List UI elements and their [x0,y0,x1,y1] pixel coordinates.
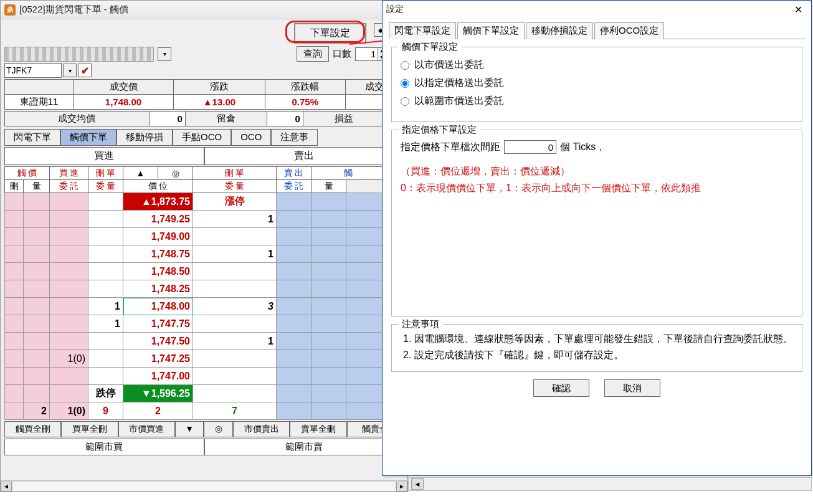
col-del-order: 刪 單 [88,167,123,180]
col-price: 價 位 [123,180,193,193]
qty-input[interactable] [356,48,377,60]
dialog-tabs: 閃電下單設定 觸價下單設定 移動停損設定 停利OCO設定 [389,22,805,39]
symbol-name-header [5,80,74,95]
col-s-qty: 量 [311,180,346,193]
col-center[interactable]: ◎ [158,167,193,180]
avg-cell: 0 [149,112,185,126]
qty-label: 口數 [333,48,351,60]
changepct-header: 漲跌幅 [265,80,345,95]
ladder-row[interactable]: 11,748.003 [5,298,411,315]
scroll-left-icon[interactable]: ◄ [1,482,12,492]
account-selector[interactable] [4,47,154,62]
btn-down-icon[interactable]: ▼ [175,421,204,437]
notice-groupbox: 注意事項 1. 因電腦環境、連線狀態等因素，下單處理可能發生錯誤，下單後請自行查… [391,324,802,372]
ladder-row[interactable]: 11,747.75 [5,315,411,333]
settings-dialog: 設定 ✕ 閃電下單設定 觸價下單設定 移動停損設定 停利OCO設定 觸價下單設定… [382,0,812,476]
dlg-tab-trail[interactable]: 移動停損設定 [526,22,593,39]
radio-range-input[interactable] [401,97,409,106]
close-icon[interactable]: ✕ [789,2,807,16]
tab-flash[interactable]: 閃電下單 [4,129,60,146]
ladder-row[interactable]: 1,747.501 [5,333,411,350]
symbol-confirm-icon[interactable]: ✔ [78,64,92,77]
price-ladder: 觸 價 買 進 刪 單 ▲ ◎ 刪 單 賣 出 觸 刪 量 委 託 委 量 價 … [4,166,411,420]
scroll-right-icon[interactable]: ► [396,482,407,492]
change-header: 漲跌 [174,80,265,95]
ladder-row[interactable]: 1(0)1,747.25 [5,350,411,368]
ladder-row[interactable]: 1,748.25 [5,280,411,298]
btn-center-icon[interactable]: ◎ [204,421,233,437]
radio-market-input[interactable] [401,61,409,70]
col-del-qty: 委 量 [88,180,123,193]
account-dropdown-icon[interactable]: ▾ [158,47,171,61]
ticks-label-post: 個 Ticks， [560,141,606,154]
radio-range[interactable]: 以範圍市價送出委託 [401,95,793,108]
btn-range-sell[interactable]: 範圍市賣 [204,439,404,455]
hint-text-1: （買進：價位遞增，賣出：價位遞減） [401,165,793,178]
group1-title: 觸價下單設定 [398,41,462,53]
btn-range-buy[interactable]: 範圍市買 [4,439,204,455]
query-button[interactable]: 查詢 [297,46,329,62]
tab-notice[interactable]: 注意事 [271,129,318,146]
hint-text-2: 0：表示現價價位下單，1：表示向上或向下一個價位下單，依此類推 [401,182,793,195]
tab-trail[interactable]: 移動停損 [116,129,173,146]
dlg-tab-oco[interactable]: 停利OCO設定 [594,22,664,39]
ladder-row[interactable]: 1,749.251 [5,211,411,228]
ladder-row[interactable]: 跌停▼1,596.25 [5,385,411,402]
col-del-qty2: 委 量 [193,180,277,193]
ladder-row[interactable]: 1,748.50 [5,263,411,280]
btn-market-buy[interactable]: 市價買進 [118,421,175,437]
tab-manual-oco[interactable]: 手點OCO [173,129,231,146]
main-window: 鼎 [0522]期貨閃電下單 - 觸價 下單設定 ◆ ◆ ▾ 查詢 口數 ▲▼ … [0,0,408,492]
radio-limit-input[interactable] [401,79,409,88]
ticks-input[interactable] [504,140,556,154]
group2-title: 指定價格下單設定 [398,124,480,136]
symbol-dropdown-icon[interactable]: ▾ [63,64,77,77]
totals-row: 2 1(0) 9 2 7 [5,402,411,420]
bottom-scrollbar[interactable]: ◄ [408,477,812,491]
price-cell: 1,748.00 [74,95,174,110]
limit-price-groupbox: 指定價格下單設定 指定價格下單檔次間距 個 Ticks， （買進：價位遞增，賣出… [391,130,802,316]
ladder-row[interactable]: 1,747.00 [5,368,411,385]
titlebar: 鼎 [0522]期貨閃電下單 - 觸價 [1,1,407,19]
note-1: 1. 因電腦環境、連線狀態等因素，下單處理可能發生錯誤，下單後請自行查詢委託狀態… [403,331,793,347]
btn-del-all-sell[interactable]: 賣單全刪 [290,421,346,437]
buy-header[interactable]: 買進 [4,147,204,165]
ok-button[interactable]: 確認 [533,379,589,397]
col-qty: 量 [24,180,50,193]
tab-oco[interactable]: OCO [231,129,271,146]
horizontal-scrollbar[interactable]: ◄ ► [1,480,407,492]
radio-market[interactable]: 以市價送出委託 [401,59,793,72]
cancel-button[interactable]: 取消 [604,379,660,397]
radio-limit[interactable]: 以指定價格送出委託 [401,77,793,90]
col-del-order2: 刪 單 [193,167,277,180]
btn-market-sell[interactable]: 市價賣出 [233,421,290,437]
btn-del-all-buy[interactable]: 買單全刪 [61,421,118,437]
tab-trigger[interactable]: 觸價下單 [60,129,116,146]
order-settings-button[interactable]: 下單設定 [294,23,366,44]
ladder-row[interactable]: 1,749.00 [5,228,411,245]
btn-del-all-trigger-buy[interactable]: 觸買全刪 [4,421,61,437]
footer-buttons: 觸買全刪 買單全刪 市價買進 ▼ ◎ 市價賣出 賣單全刪 觸賣全 [1,420,407,439]
dlg-tab-trigger[interactable]: 觸價下單設定 [457,22,525,39]
trigger-order-groupbox: 觸價下單設定 以市價送出委託 以指定價格送出委託 以範圍市價送出委託 [391,47,802,122]
dlg-tab-flash[interactable]: 閃電下單設定 [389,22,456,39]
price-header: 成交價 [74,80,174,95]
bottom-scroll-left-icon[interactable]: ◄ [411,478,424,490]
sell-header[interactable]: 賣出 [204,147,404,165]
ladder-row[interactable]: ▲1,873.75漲停 [5,193,411,211]
app-icon: 鼎 [4,4,16,16]
col-up[interactable]: ▲ [123,167,158,180]
col-s-trigger: 觸 [311,167,385,180]
col-del: 刪 [5,180,24,193]
pos-header: 留倉 [185,112,267,126]
symbol-input[interactable] [4,63,62,78]
col-trigger-price: 觸 價 [5,167,50,180]
col-buy-order: 委 託 [50,180,88,193]
symbol-name-cell: 東證期11 [5,95,74,110]
ticks-label-pre: 指定價格下單檔次間距 [401,141,500,154]
col-sell: 賣 出 [277,167,311,180]
position-table: 成交均價 0 留倉 0 損益 [4,111,404,126]
quote-table: 成交價 漲跌 漲跌幅 成交 東證期11 1,748.00 ▲13.00 0.75… [4,79,404,110]
window-title: [0522]期貨閃電下單 - 觸價 [19,4,128,16]
ladder-row[interactable]: 1,748.751 [5,245,411,263]
